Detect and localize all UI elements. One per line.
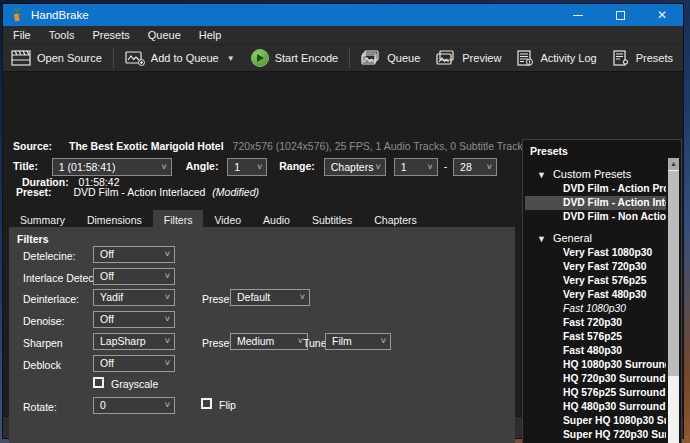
desktop-background: HandBrake ✕ File Tools Presets Queue Hel… (0, 0, 690, 443)
menu-queue[interactable]: Queue (139, 26, 190, 44)
deblock-select[interactable]: Off˅ (93, 355, 175, 372)
chevron-down-icon: ▼ (227, 54, 235, 63)
deinterlace-label: Deinterlace: (23, 293, 79, 305)
source-title: The Best Exotic Marigold Hotel (69, 140, 224, 152)
close-icon: ✕ (657, 9, 667, 21)
range-to-select[interactable]: 28˅ (453, 158, 497, 176)
range-separator: - (444, 160, 448, 172)
source-details: 720x576 (1024x576), 25 FPS, 1 Audio Trac… (233, 140, 528, 152)
chevron-down-icon: ˅ (427, 159, 432, 175)
detelecine-label: Detelecine: (23, 250, 76, 262)
range-from-value: 1 (401, 161, 407, 173)
queue-icon (361, 50, 381, 66)
detelecine-select[interactable]: Off˅ (93, 246, 175, 263)
preview-button[interactable]: Preview (428, 45, 509, 71)
preset-list-item[interactable]: Fast 1080p30 (525, 302, 666, 316)
add-to-queue-button[interactable]: Add to Queue ▼ (117, 45, 243, 71)
preset-list-item[interactable]: Super HQ 720p30 Surround (525, 428, 666, 442)
toolbar: Open Source Add to Queue ▼ Start Encode (3, 45, 683, 72)
preset-list-item[interactable]: HQ 576p25 Surround (525, 386, 666, 400)
chevron-down-icon: ˅ (165, 247, 170, 262)
preset-list-item[interactable]: Very Fast 480p30 (525, 288, 666, 302)
grayscale-label: Grayscale (111, 378, 158, 390)
flip-checkbox[interactable] (201, 398, 212, 409)
preset-label: Preset: (16, 186, 52, 198)
preset-list-item[interactable]: Fast 576p25 (525, 330, 666, 344)
source-row: Source: The Best Exotic Marigold Hotel 7… (13, 140, 528, 152)
preset-list-item[interactable]: Fast 480p30 (525, 344, 666, 358)
scrollbar-thumb[interactable] (668, 171, 679, 376)
expander-icon[interactable]: ▼ (537, 167, 546, 183)
queue-button[interactable]: Queue (353, 45, 428, 71)
open-source-button[interactable]: Open Source (3, 45, 110, 71)
preset-list-item[interactable]: Very Fast 576p25 (525, 274, 666, 288)
rotate-select[interactable]: 0˅ (93, 397, 175, 414)
deinterlace-select[interactable]: Yadif˅ (93, 289, 175, 306)
chevron-down-icon: ˅ (162, 159, 167, 175)
handbrake-window: HandBrake ✕ File Tools Presets Queue Hel… (2, 3, 684, 439)
preset-list-scrollbar[interactable]: ▲ ▼ (668, 158, 679, 443)
denoise-select[interactable]: Off˅ (93, 311, 175, 328)
handbrake-logo-icon (10, 8, 24, 22)
sharpen-preset-select[interactable]: Medium˅ (230, 333, 308, 350)
minimize-icon (573, 15, 583, 16)
preset-list-item[interactable]: HQ 720p30 Surround (525, 372, 666, 386)
sharpen-select[interactable]: LapSharp˅ (93, 333, 175, 350)
preset-list-item[interactable]: DVD Film - Action Interlaced (525, 196, 666, 210)
preset-list-item[interactable]: ▼Custom Presets (525, 166, 666, 182)
menu-tools[interactable]: Tools (40, 26, 84, 44)
preset-list-item[interactable]: DVD Film - Action Progressive (525, 182, 666, 196)
rotate-label: Rotate: (23, 401, 57, 413)
add-to-queue-icon (125, 50, 145, 66)
sharpen-label: Sharpen (23, 337, 63, 349)
preview-label: Preview (462, 52, 501, 64)
range-label: Range: (279, 160, 315, 172)
presets-panel-header: Presets (523, 140, 681, 157)
deinterlace-preset-select[interactable]: Default˅ (230, 289, 310, 306)
title-select[interactable]: 1 (01:58:41)˅ (52, 158, 172, 176)
range-type-select[interactable]: Chapters˅ (324, 158, 386, 176)
toolbar-presets-button[interactable]: Presets (605, 45, 681, 71)
grayscale-checkbox[interactable] (93, 377, 104, 388)
preset-list-item[interactable]: HQ 480p30 Surround (525, 400, 666, 414)
chevron-down-icon: ˅ (165, 269, 170, 284)
scroll-up-icon[interactable]: ▲ (668, 158, 679, 170)
chevron-down-icon: ˅ (165, 334, 170, 349)
preset-list-item[interactable]: DVD Film - Non Action (525, 210, 666, 224)
preset-list-item[interactable]: Very Fast 720p30 (525, 260, 666, 274)
minimize-button[interactable] (557, 4, 599, 26)
open-source-label: Open Source (37, 52, 102, 64)
range-from-select[interactable]: 1˅ (394, 158, 438, 176)
expander-icon[interactable]: ▼ (537, 231, 546, 247)
menu-presets[interactable]: Presets (83, 26, 138, 44)
angle-label: Angle: (186, 160, 219, 172)
maximize-button[interactable] (599, 4, 641, 26)
menu-help[interactable]: Help (190, 26, 231, 44)
preset-list-item[interactable]: Fast 720p30 (525, 316, 666, 330)
preset-list-item[interactable]: Very Fast 1080p30 (525, 246, 666, 260)
presets-side-panel: Presets ▼Custom PresetsDVD Film - Action… (522, 139, 682, 443)
chevron-down-icon: ˅ (300, 290, 305, 305)
preset-list-item[interactable]: HQ 1080p30 Surround (525, 358, 666, 372)
close-button[interactable]: ✕ (641, 4, 683, 26)
film-clapper-icon (11, 50, 31, 66)
preset-list-item[interactable]: ▼General (525, 230, 666, 246)
chevron-down-icon: ˅ (165, 356, 170, 371)
title-bar: HandBrake ✕ (3, 4, 683, 26)
menu-file[interactable]: File (3, 26, 40, 44)
activity-log-button[interactable]: Activity Log (509, 45, 604, 71)
queue-label: Queue (387, 52, 420, 64)
interlace-detection-select[interactable]: Off˅ (93, 268, 175, 285)
presets-doc-gear-icon (613, 50, 630, 66)
source-label: Source: (13, 140, 52, 152)
toolbar-separator (113, 48, 114, 68)
range-type-value: Chapters (331, 161, 374, 173)
angle-select[interactable]: 1˅ (227, 158, 267, 176)
chevron-down-icon: ˅ (165, 398, 170, 413)
preset-list-item[interactable]: Super HQ 1080p30 Surround (525, 414, 666, 428)
start-encode-button[interactable]: Start Encode (243, 45, 347, 71)
activity-log-label: Activity Log (540, 52, 596, 64)
sharpen-tune-select[interactable]: Film˅ (325, 333, 391, 350)
angle-select-value: 1 (234, 161, 240, 173)
preset-list: ▼Custom PresetsDVD Film - Action Progres… (525, 160, 666, 443)
